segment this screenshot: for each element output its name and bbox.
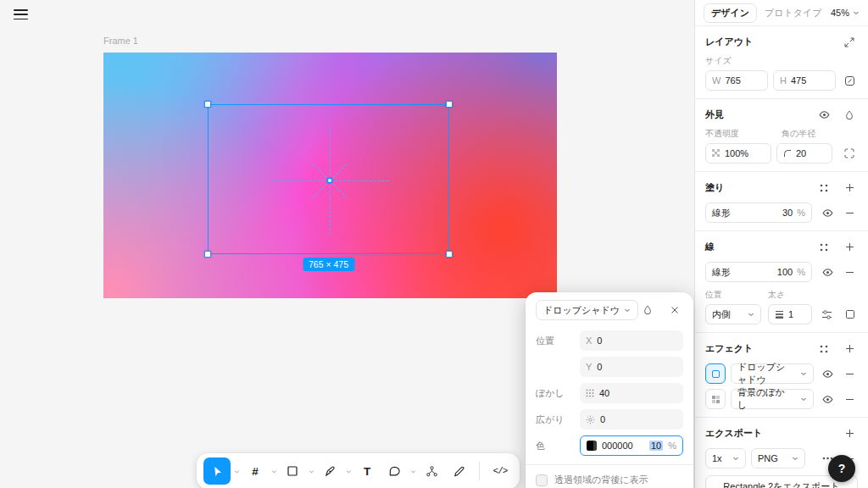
effect-type-select[interactable]: ドロップシャドウ bbox=[536, 300, 638, 320]
help-button[interactable]: ? bbox=[828, 455, 855, 482]
drop-shadow-select[interactable]: ドロップシャドウ bbox=[731, 363, 814, 384]
stroke-weight-value: 1 bbox=[788, 309, 793, 319]
remove-fill-icon[interactable] bbox=[841, 204, 858, 221]
close-icon[interactable] bbox=[666, 302, 683, 319]
stroke-percent: % bbox=[797, 267, 805, 277]
shadow-y-input[interactable]: Y 0 bbox=[580, 357, 683, 377]
advanced-stroke-icon[interactable] bbox=[819, 306, 835, 323]
resize-handle-bottom-right[interactable] bbox=[446, 251, 453, 258]
shadow-blur-input[interactable]: 40 bbox=[580, 383, 683, 403]
right-panel: デザイン プロトタイプ 45% レイアウト サイズ W 765 bbox=[694, 0, 868, 488]
shape-tool-chevron-icon[interactable] bbox=[307, 458, 315, 484]
resize-handle-top-left[interactable] bbox=[204, 101, 211, 108]
comment-tool-chevron-icon[interactable] bbox=[409, 458, 417, 484]
corner-radius-value: 20 bbox=[796, 148, 806, 158]
frame-tool[interactable]: # bbox=[242, 458, 268, 484]
eye-icon[interactable] bbox=[815, 107, 832, 124]
width-prefix: W bbox=[712, 75, 721, 86]
popup-divider bbox=[526, 464, 693, 465]
stroke-box-icon[interactable] bbox=[842, 306, 858, 323]
shadow-spread-label: 広がり bbox=[536, 413, 580, 426]
add-export-icon[interactable] bbox=[841, 425, 858, 442]
actions-tool[interactable] bbox=[419, 458, 444, 484]
effect-styles-icon[interactable] bbox=[815, 341, 832, 358]
independent-corners-icon[interactable] bbox=[841, 145, 858, 162]
export-format-select[interactable]: PNG bbox=[751, 448, 805, 469]
resize-handle-bottom-left[interactable] bbox=[204, 251, 211, 258]
shadow-color-percent: % bbox=[668, 441, 676, 451]
zoom-control[interactable]: 45% bbox=[831, 8, 860, 18]
shadow-color-opacity[interactable]: 10 bbox=[649, 441, 663, 451]
remove-effect1-icon[interactable] bbox=[841, 365, 858, 382]
tab-prototype[interactable]: プロトタイプ bbox=[763, 4, 824, 22]
stroke-weight-input[interactable]: 1 bbox=[768, 304, 812, 324]
height-value: 475 bbox=[791, 75, 806, 86]
shadow-x-input[interactable]: X 0 bbox=[580, 330, 683, 351]
stroke-type-field[interactable]: 線形 100 % bbox=[705, 262, 812, 282]
figma-app: Frame 1 765 × 475 デザイン プロトタイプ 45% bbox=[0, 0, 868, 488]
opacity-label: 不透明度 bbox=[705, 128, 776, 140]
opacity-input[interactable]: 100% bbox=[705, 143, 771, 164]
effect-style-drop-icon[interactable] bbox=[639, 302, 656, 319]
selected-rectangle[interactable]: 765 × 475 bbox=[208, 104, 449, 254]
shadow-spread-input[interactable]: 0 bbox=[580, 409, 683, 430]
fill-visibility-icon[interactable] bbox=[819, 204, 836, 221]
stroke-position-select[interactable]: 内側 bbox=[705, 304, 761, 324]
fill-opacity-value: 30 bbox=[782, 208, 793, 218]
add-effect-icon[interactable] bbox=[841, 341, 858, 358]
shadow-color-input[interactable]: 000000 10 % bbox=[580, 435, 683, 456]
chevron-down-icon bbox=[800, 396, 807, 402]
corner-radius-label: 角の半径 bbox=[782, 128, 815, 140]
frame-name-label[interactable]: Frame 1 bbox=[103, 36, 138, 46]
gradient-center-point[interactable] bbox=[326, 177, 333, 184]
effects-section-title: エフェクト bbox=[705, 342, 753, 355]
shadow-y-value: 0 bbox=[597, 362, 602, 372]
add-fill-icon[interactable] bbox=[841, 180, 858, 197]
text-tool[interactable]: T bbox=[354, 458, 380, 484]
tab-design[interactable]: デザイン bbox=[704, 3, 757, 23]
stroke-visibility-icon[interactable] bbox=[819, 263, 836, 280]
aspect-lock-icon[interactable] bbox=[841, 72, 858, 89]
shadow-spread-value: 0 bbox=[600, 414, 605, 424]
effect2-visibility-icon[interactable] bbox=[819, 391, 836, 408]
help-button-label: ? bbox=[838, 462, 846, 475]
height-prefix: H bbox=[780, 75, 787, 86]
corner-radius-icon bbox=[783, 149, 792, 158]
drop-shadow-label: ドロップシャドウ bbox=[737, 361, 792, 386]
resize-handle-top-right[interactable] bbox=[446, 101, 453, 108]
background-blur-effect-icon[interactable] bbox=[705, 389, 726, 409]
shape-tool[interactable] bbox=[280, 458, 305, 484]
color-swatch[interactable] bbox=[587, 441, 597, 451]
pen-tool-chevron-icon[interactable] bbox=[344, 458, 353, 484]
stroke-position-value: 内側 bbox=[712, 308, 731, 321]
draw-tool[interactable] bbox=[446, 458, 471, 484]
pen-tool[interactable] bbox=[317, 458, 342, 484]
show-behind-transparent-checkbox[interactable] bbox=[536, 474, 548, 486]
fill-percent: % bbox=[797, 208, 805, 218]
move-tool-chevron-icon[interactable] bbox=[232, 458, 241, 484]
stroke-type-value: 線形 bbox=[712, 266, 731, 279]
comment-tool[interactable] bbox=[381, 458, 407, 484]
stroke-styles-icon[interactable] bbox=[815, 239, 832, 256]
effect1-visibility-icon[interactable] bbox=[819, 365, 836, 382]
height-input[interactable]: H 475 bbox=[773, 70, 836, 91]
background-blur-select[interactable]: 背景のぼかし bbox=[731, 389, 814, 409]
move-tool[interactable] bbox=[203, 458, 231, 485]
shadow-color-label: 色 bbox=[536, 440, 580, 452]
stroke-section-title: 線 bbox=[705, 241, 715, 253]
resize-to-fit-icon[interactable] bbox=[841, 34, 858, 51]
frame-tool-chevron-icon[interactable] bbox=[270, 458, 278, 484]
blend-drop-icon[interactable] bbox=[841, 107, 858, 124]
corner-radius-input[interactable]: 20 bbox=[776, 143, 832, 164]
dev-mode-toggle[interactable]: </> bbox=[487, 458, 513, 484]
width-input[interactable]: W 765 bbox=[705, 70, 768, 91]
main-menu-icon[interactable] bbox=[14, 9, 28, 19]
remove-stroke-icon[interactable] bbox=[841, 263, 858, 280]
export-scale-select[interactable]: 1x bbox=[705, 448, 746, 469]
add-stroke-icon[interactable] bbox=[841, 239, 858, 256]
drop-shadow-effect-icon[interactable] bbox=[705, 363, 726, 384]
styles-icon[interactable] bbox=[815, 180, 832, 197]
remove-effect2-icon[interactable] bbox=[841, 391, 858, 408]
fill-type-field[interactable]: 線形 30 % bbox=[705, 202, 812, 223]
stroke-position-label: 位置 bbox=[705, 289, 761, 301]
